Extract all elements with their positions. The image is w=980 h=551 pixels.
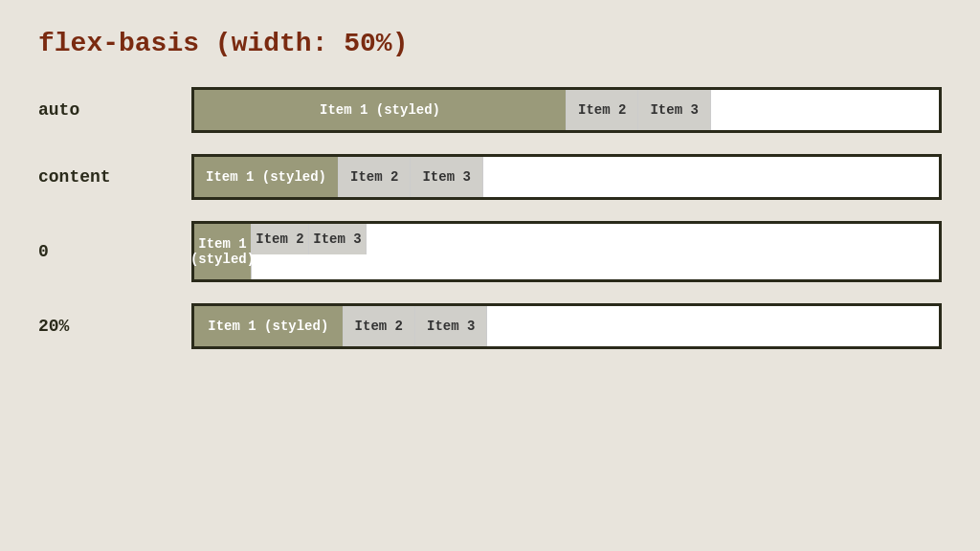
item2-content: Item 2 [339,157,411,197]
item1-content: Item 1 (styled) [194,157,339,197]
page-title: flex-basis (width: 50%) [38,29,942,58]
label-content: content [38,167,191,187]
section-auto: auto Item 1 (styled) Item 2 Item 3 [38,87,942,133]
flex-container-content: Item 1 (styled) Item 2 Item 3 [191,154,942,200]
label-zero: 0 [38,242,191,261]
label-pct: 20% [38,317,191,336]
item1-pct: Item 1 (styled) [194,306,344,346]
spacer-content [483,157,939,197]
item1-zero: Item 1 (styled) [194,224,252,279]
item2-pct: Item 2 [344,306,415,346]
section-zero: 0 Item 1 (styled) Item 2 Item 3 [38,221,942,282]
item3-zero: Item 3 [309,224,367,254]
label-auto: auto [38,100,191,120]
section-content: content Item 1 (styled) Item 2 Item 3 [38,154,942,200]
item3-content: Item 3 [411,157,482,197]
flex-container-auto: Item 1 (styled) Item 2 Item 3 [191,87,942,133]
item3-pct: Item 3 [415,306,487,346]
flex-container-pct: Item 1 (styled) Item 2 Item 3 [191,303,942,349]
spacer-pct [487,306,939,346]
flex-container-zero: Item 1 (styled) Item 2 Item 3 [191,221,942,282]
item2-zero: Item 2 [252,224,309,254]
item3-auto: Item 3 [638,90,710,130]
item1-auto: Item 1 (styled) [194,90,567,130]
section-pct: 20% Item 1 (styled) Item 2 Item 3 [38,303,942,349]
spacer-auto [711,90,939,130]
item2-auto: Item 2 [567,90,638,130]
